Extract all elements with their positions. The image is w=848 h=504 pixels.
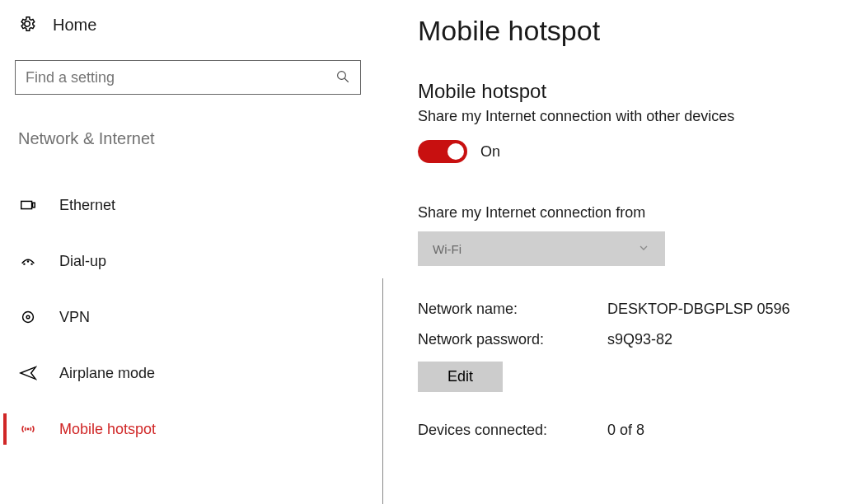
toggle-state-label: On — [480, 143, 500, 161]
sidebar-item-label: Dial-up — [59, 253, 106, 270]
hotspot-icon — [18, 420, 38, 438]
section-title: Mobile hotspot — [418, 80, 848, 103]
hotspot-toggle[interactable] — [418, 140, 467, 163]
svg-line-1 — [344, 78, 349, 82]
network-password-value: s9Q93-82 — [607, 331, 672, 348]
svg-rect-2 — [21, 201, 32, 208]
sidebar-item-mobile-hotspot[interactable]: Mobile hotspot — [15, 407, 367, 451]
chevron-down-icon — [637, 241, 650, 257]
search-box[interactable] — [15, 60, 361, 95]
svg-point-8 — [27, 428, 30, 431]
sidebar-section-title: Network & Internet — [15, 129, 367, 148]
svg-point-0 — [338, 71, 346, 79]
sidebar-item-label: VPN — [59, 309, 90, 326]
edit-button[interactable]: Edit — [418, 362, 503, 392]
share-from-select[interactable]: Wi-Fi — [418, 231, 665, 266]
svg-point-6 — [30, 263, 32, 264]
svg-rect-3 — [33, 203, 35, 208]
vertical-divider — [382, 278, 383, 504]
network-name-label: Network name: — [418, 301, 607, 318]
page-title: Mobile hotspot — [418, 15, 848, 47]
svg-point-4 — [23, 263, 25, 264]
dialup-icon — [18, 252, 38, 270]
home-link[interactable]: Home — [15, 15, 367, 35]
devices-connected-value: 0 of 8 — [607, 422, 644, 439]
toggle-knob — [447, 143, 464, 160]
sidebar-item-vpn[interactable]: VPN — [15, 295, 367, 339]
sidebar-item-label: Airplane mode — [59, 365, 155, 382]
search-icon — [335, 69, 350, 86]
share-from-label: Share my Internet connection from — [418, 204, 848, 222]
svg-point-5 — [27, 260, 29, 262]
sidebar-item-airplane-mode[interactable]: Airplane mode — [15, 351, 367, 395]
ethernet-icon — [18, 196, 38, 214]
network-password-label: Network password: — [418, 331, 607, 348]
sidebar-item-label: Ethernet — [59, 197, 115, 214]
sidebar-item-ethernet[interactable]: Ethernet — [15, 183, 367, 227]
svg-point-7 — [26, 315, 30, 319]
share-description: Share my Internet connection with other … — [418, 108, 848, 125]
home-label: Home — [53, 16, 96, 35]
sidebar-item-label: Mobile hotspot — [59, 421, 156, 438]
devices-connected-label: Devices connected: — [418, 422, 607, 439]
vpn-icon — [18, 308, 38, 326]
network-name-value: DESKTOP-DBGPLSP 0596 — [607, 301, 789, 318]
airplane-icon — [18, 364, 38, 382]
gear-icon — [18, 15, 36, 35]
sidebar-item-dial-up[interactable]: Dial-up — [15, 239, 367, 283]
search-input[interactable] — [26, 69, 335, 86]
share-from-value: Wi-Fi — [433, 242, 461, 256]
